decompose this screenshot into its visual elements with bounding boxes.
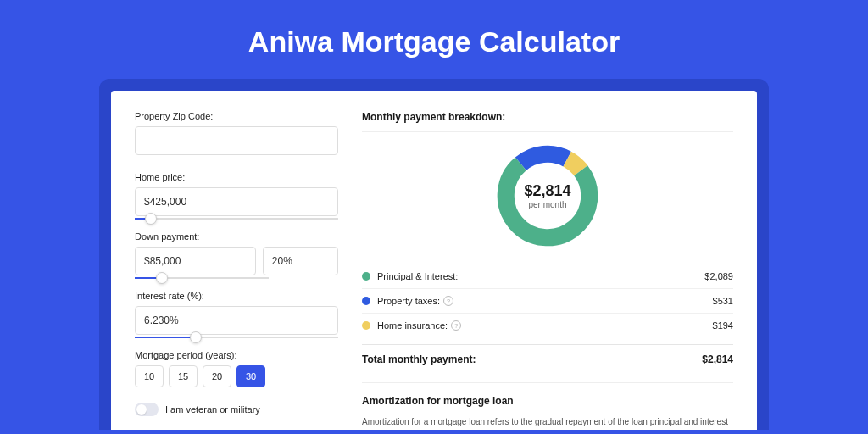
amortization-text: Amortization for a mortgage loan refers … <box>362 415 733 430</box>
breakdown-title: Monthly payment breakdown: <box>362 111 733 123</box>
zip-input[interactable] <box>135 126 338 155</box>
legend-dot <box>362 321 370 330</box>
period-group: Mortgage period (years): 10152030 <box>135 350 338 387</box>
legend-label: Home insurance:? <box>377 320 713 331</box>
donut-chart: $2,814 per month <box>492 141 603 251</box>
legend-row-principal: Principal & Interest:$2,089 <box>362 264 733 289</box>
donut-wrap: $2,814 per month <box>362 141 733 251</box>
period-options: 10152030 <box>135 365 338 387</box>
home-price-slider[interactable] <box>135 218 338 220</box>
interest-label: Interest rate (%): <box>135 291 338 301</box>
slider-thumb[interactable] <box>190 331 202 343</box>
amortization-section: Amortization for mortgage loan Amortizat… <box>362 382 733 430</box>
info-icon[interactable]: ? <box>451 320 461 331</box>
total-value: $2,814 <box>702 353 733 365</box>
breakdown-panel: Monthly payment breakdown: $2,814 per mo… <box>362 111 733 430</box>
legend-dot <box>362 272 370 281</box>
home-price-label: Home price: <box>135 172 338 182</box>
down-payment-group: Down payment: <box>135 231 338 279</box>
down-payment-percent-input[interactable] <box>263 247 338 275</box>
legend-value: $531 <box>713 296 733 306</box>
interest-slider[interactable] <box>135 337 338 338</box>
veteran-toggle[interactable] <box>135 403 159 416</box>
legend-value: $194 <box>713 320 733 331</box>
down-payment-label: Down payment: <box>135 231 338 242</box>
down-payment-slider[interactable] <box>135 277 269 279</box>
interest-input[interactable] <box>135 306 338 335</box>
legend-label: Principal & Interest: <box>377 271 704 281</box>
amortization-title: Amortization for mortgage loan <box>362 395 733 407</box>
total-label: Total monthly payment: <box>362 353 702 365</box>
info-icon[interactable]: ? <box>443 296 453 306</box>
period-option-20[interactable]: 20 <box>203 365 231 387</box>
legend-dot <box>362 297 370 305</box>
veteran-label: I am veteran or military <box>165 404 260 415</box>
zip-label: Property Zip Code: <box>135 111 338 121</box>
donut-total: $2,814 <box>524 182 570 200</box>
divider <box>362 131 733 132</box>
period-option-15[interactable]: 15 <box>169 365 198 387</box>
home-price-group: Home price: <box>135 172 338 220</box>
interest-group: Interest rate (%): <box>135 291 338 338</box>
calculator-card: Property Zip Code: Home price: Down paym… <box>111 91 757 430</box>
slider-thumb[interactable] <box>145 213 157 225</box>
legend-row-insurance: Home insurance:?$194 <box>362 314 733 337</box>
toggle-knob <box>136 404 147 415</box>
home-price-input[interactable] <box>135 187 338 216</box>
legend: Principal & Interest:$2,089Property taxe… <box>362 264 733 337</box>
veteran-row: I am veteran or military <box>135 403 338 416</box>
slider-thumb[interactable] <box>156 272 168 284</box>
legend-row-taxes: Property taxes:?$531 <box>362 289 733 314</box>
period-option-10[interactable]: 10 <box>135 365 164 387</box>
input-panel: Property Zip Code: Home price: Down paym… <box>135 111 338 430</box>
down-payment-amount-input[interactable] <box>135 247 256 275</box>
total-row: Total monthly payment: $2,814 <box>362 344 733 377</box>
legend-value: $2,089 <box>704 271 733 281</box>
page-title: Aniwa Mortgage Calculator <box>0 0 868 79</box>
card-outer: Property Zip Code: Home price: Down paym… <box>99 79 769 430</box>
period-option-30[interactable]: 30 <box>236 365 265 387</box>
period-label: Mortgage period (years): <box>135 350 338 360</box>
donut-sub: per month <box>528 200 566 209</box>
donut-center: $2,814 per month <box>492 141 603 251</box>
legend-label: Property taxes:? <box>377 296 713 306</box>
zip-group: Property Zip Code: <box>135 111 338 160</box>
